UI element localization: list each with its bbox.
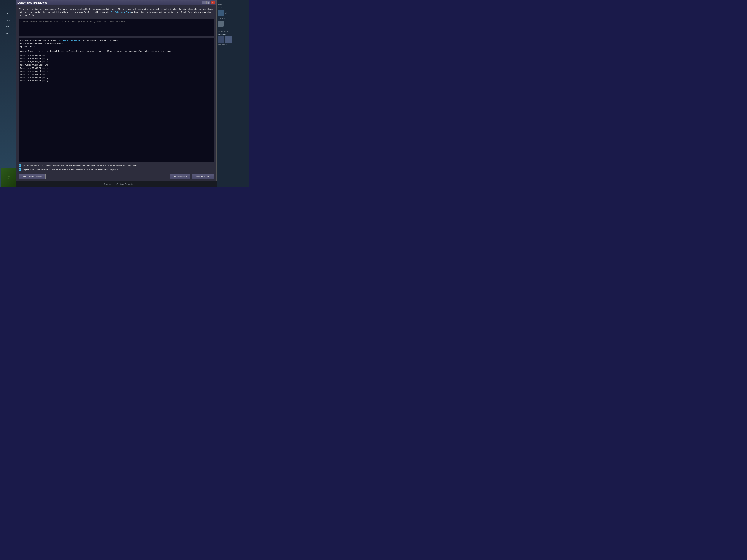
achievement-thumbnails [218, 36, 247, 43]
btn-group-right: Send and Close Send and Restart [170, 174, 214, 179]
minimize-button[interactable]: ─ [202, 1, 206, 4]
crash-info-content[interactable]: LoginId:38999d894db25aa5fc0f12863b1dcdba… [20, 43, 212, 161]
friend-label: friend [218, 7, 222, 8]
friend-avatar-k: K [218, 10, 224, 16]
include-logs-label: Include log files with submission. I und… [23, 164, 137, 166]
agree-contact-checkbox[interactable] [19, 168, 22, 171]
friends-list-item [218, 21, 247, 27]
bug-submission-link[interactable]: Bug Submission Form [111, 11, 131, 14]
achievement-text: u've unlocke [218, 33, 247, 35]
stack-line-1: ManorLords_Win64_Shipping [20, 57, 212, 60]
achievement-thumb-1 [218, 36, 224, 43]
achievement-title: HIEVEMEN [218, 30, 247, 32]
close-without-sending-button[interactable]: Close Without Sending [19, 174, 46, 179]
login-id: LoginId:38999d894db25aa5fc0f12863b1dcdba [20, 43, 212, 46]
friend-avatar-2 [218, 21, 224, 27]
achievement-thumb-2 [225, 36, 232, 43]
nav-item-lable[interactable]: LABLE [1, 31, 16, 35]
friends-section-title: END [218, 4, 247, 5]
stack-line-7: ManorLords_Win64_Shipping [20, 76, 212, 79]
achievement-section: HIEVEMEN u've unlocke cked Achiever [218, 30, 247, 45]
checkbox-agree-contact[interactable]: I agree to be contacted by Epic Games vi… [19, 168, 214, 171]
checkboxes-area: Include log files with submission. I und… [19, 164, 214, 171]
download-icon: ↓ [100, 183, 102, 185]
stack-lines: ManorLords_Win64_Shipping ManorLords_Win… [20, 54, 212, 82]
buttons-area: Close Without Sending Send and Close Sen… [19, 173, 214, 179]
nav-item-red[interactable]: RED [1, 24, 16, 29]
include-logs-checkbox[interactable] [19, 164, 22, 167]
crash-reporter-dialog: Launched: UE4-ManorLords ─ □ ✕ We are ve… [16, 0, 216, 182]
right-sidebar-panel: END friend K 10 friends l HIEVEMEN u've … [216, 0, 249, 187]
dialog-title: Launched: UE4-ManorLords [18, 1, 47, 4]
dialog-titlebar: Launched: UE4-ManorLords ─ □ ✕ [16, 0, 216, 5]
stack-line-3: ManorLords_Win64_Shipping [20, 63, 212, 67]
description-area [19, 19, 214, 36]
crash-info-header: Crash reports comprise diagnostics files… [20, 39, 212, 42]
dialog-body: We are very sorry that this crash occurr… [16, 5, 216, 181]
nav-item-st[interactable]: ST [1, 11, 16, 16]
crash-info-box: Crash reports comprise diagnostics files… [19, 37, 214, 162]
left-nav-panel: ST Page RED LABLE MANAR [0, 0, 17, 187]
stack-line-5: ManorLords_Win64_Shipping [20, 70, 212, 73]
error-line: LowLevelFatalError [File:Unknown] [Line:… [20, 50, 212, 53]
downloads-bar: ↓ Downloads - 4 of 4 Items Complete [16, 182, 216, 187]
friend-item-k: K 10 [218, 10, 247, 16]
game-thumbnail-manor: MANAR [1, 168, 16, 187]
friend-count: 10 [225, 12, 227, 14]
intro-text: We are very sorry that this crash occurr… [19, 7, 214, 17]
achievement-sub: cked Achiever [218, 43, 247, 45]
close-button[interactable]: ✕ [211, 1, 215, 4]
view-directory-link[interactable]: click here to view directory [58, 39, 81, 42]
friends-list-section: friends l [218, 18, 247, 27]
downloads-text: Downloads - 4 of 4 Items Complete [104, 183, 133, 185]
checkbox-include-logs[interactable]: Include log files with submission. I und… [19, 164, 214, 167]
description-textarea[interactable] [20, 20, 212, 33]
send-and-restart-button[interactable]: Send and Restart [191, 174, 214, 179]
agree-contact-label: I agree to be contacted by Epic Games vi… [23, 168, 119, 170]
stack-line-6: ManorLords_Win64_Shipping [20, 73, 212, 76]
stack-line-8: ManorLords_Win64_Shipping [20, 79, 212, 82]
nav-item-page[interactable]: Page [1, 18, 16, 23]
epic-account-id: EpicAccountId: [20, 46, 212, 49]
titlebar-buttons: ─ □ ✕ [202, 1, 215, 4]
send-and-close-button[interactable]: Send and Close [170, 174, 190, 179]
stack-line-2: ManorLords_Win64_Shipping [20, 60, 212, 63]
friends-list-title: friends l [218, 18, 247, 20]
stack-line-4: ManorLords_Win64_Shipping [20, 67, 212, 70]
maximize-button[interactable]: □ [206, 1, 210, 4]
friend-item: friend [218, 7, 247, 8]
stack-line-0: ManorLords_Win64_Shipping [20, 54, 212, 57]
